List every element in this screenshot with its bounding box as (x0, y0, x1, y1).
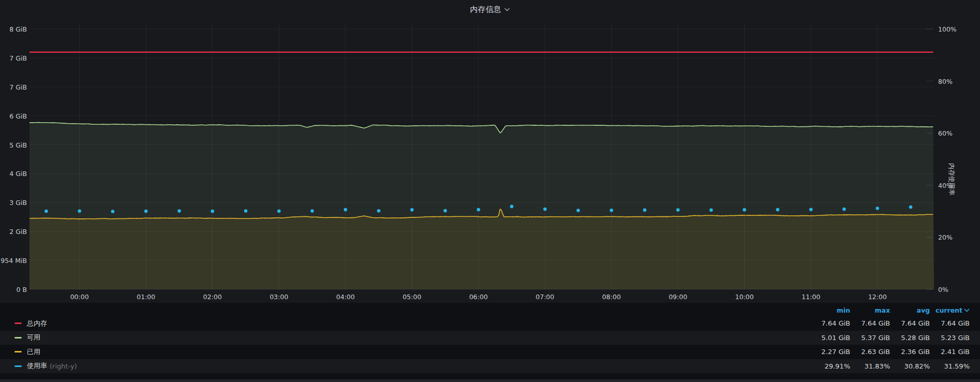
legend-value: 5.37 GiB (850, 334, 890, 342)
y-axis-label-left: 3 GiB (0, 199, 27, 207)
legend-table: minmaxavgcurrent 总内存 7.64 GiB7.64 GiB7.6… (0, 303, 980, 379)
series-color-swatch (14, 351, 22, 352)
x-axis-label: 00:00 (70, 293, 89, 301)
legend-value: 29.91% (810, 362, 850, 370)
series-label[interactable]: 总内存 (27, 319, 47, 328)
legend-header-min[interactable]: min (810, 306, 850, 314)
y-axis-label-right: 60% (938, 129, 953, 137)
y-axis-label-left: 7 GiB (0, 54, 27, 62)
y-axis-label-left: 7 GiB (0, 83, 27, 91)
legend-value: 2.27 GiB (810, 348, 850, 356)
legend-header-row: minmaxavgcurrent (10, 304, 970, 316)
y-axis-label-right: 0% (938, 286, 948, 293)
x-axis-label: 12:00 (868, 293, 887, 301)
legend-value: 5.23 GiB (930, 334, 970, 342)
y-axis-label-left: 0 B (0, 286, 27, 293)
right-axis-title: 内存使用率 (947, 163, 956, 196)
y-axis-label-right: 80% (938, 77, 953, 85)
series-color-swatch (14, 365, 22, 367)
memory-panel: 内存信息 0 B954 MiB2 GiB3 GiB4 GiB5 GiB6 GiB… (0, 0, 980, 382)
legend-rows: 总内存 7.64 GiB7.64 GiB7.64 GiB7.64 GiB 可用 … (0, 316, 980, 373)
legend-value: 7.64 GiB (850, 319, 890, 327)
series-label[interactable]: 可用 (27, 333, 40, 342)
y-axis-label-left: 8 GiB (0, 25, 27, 33)
y-axis-label-left: 2 GiB (0, 228, 27, 236)
y-axis-label-left: 954 MiB (0, 257, 27, 265)
legend-value: 31.59% (930, 362, 970, 370)
y-axis-label-left: 5 GiB (0, 141, 27, 149)
bottom-scrollbar[interactable] (0, 379, 980, 382)
legend-row: 可用 5.01 GiB5.37 GiB5.28 GiB5.23 GiB (0, 331, 980, 345)
y-axis-label-right: 100% (938, 25, 957, 33)
legend-value: 2.36 GiB (890, 348, 930, 356)
x-axis-label: 09:00 (669, 293, 687, 301)
legend-value: 5.01 GiB (810, 334, 850, 342)
x-axis-label: 10:00 (735, 293, 753, 301)
series-color-swatch (14, 322, 22, 324)
series-label[interactable]: 已用 (27, 347, 40, 357)
series-color-swatch (14, 337, 22, 339)
x-axis-label: 06:00 (469, 293, 488, 301)
x-axis-label: 03:00 (269, 293, 288, 301)
legend-header-current[interactable]: current (930, 306, 970, 314)
x-axis-label: 02:00 (203, 293, 222, 301)
y-axis-label-left: 4 GiB (0, 170, 27, 178)
legend-value: 2.41 GiB (930, 348, 970, 356)
legend-value: 31.83% (850, 362, 890, 370)
legend-value: 2.63 GiB (850, 348, 890, 356)
legend-value: 7.64 GiB (890, 319, 930, 327)
chart-plot[interactable] (0, 0, 980, 303)
chart-region: 内存信息 0 B954 MiB2 GiB3 GiB4 GiB5 GiB6 GiB… (0, 0, 980, 303)
x-axis-label: 05:00 (403, 293, 421, 301)
legend-value: 5.28 GiB (890, 334, 930, 342)
sort-chevron-icon (964, 308, 970, 312)
legend-row: 使用率 (right-y) 29.91%31.83%30.82%31.59% (0, 359, 980, 374)
series-axis-suffix: (right-y) (50, 362, 77, 370)
legend-value: 30.82% (890, 362, 930, 370)
legend-header-max[interactable]: max (850, 306, 890, 314)
legend-value: 7.64 GiB (930, 319, 970, 327)
x-axis-label: 08:00 (602, 293, 621, 301)
x-axis-label: 11:00 (802, 293, 820, 301)
legend-header-avg[interactable]: avg (890, 306, 930, 314)
y-axis-label-right: 20% (938, 233, 953, 241)
legend-value: 7.64 GiB (810, 319, 850, 327)
legend-row: 总内存 7.64 GiB7.64 GiB7.64 GiB7.64 GiB (0, 316, 980, 331)
x-axis-label: 04:00 (336, 293, 355, 301)
series-label[interactable]: 使用率 (27, 361, 47, 371)
legend-row: 已用 2.27 GiB2.63 GiB2.36 GiB2.41 GiB (0, 345, 980, 359)
x-axis-label: 07:00 (536, 293, 554, 301)
y-axis-label-left: 6 GiB (0, 112, 27, 120)
x-axis-label: 01:00 (137, 293, 155, 301)
